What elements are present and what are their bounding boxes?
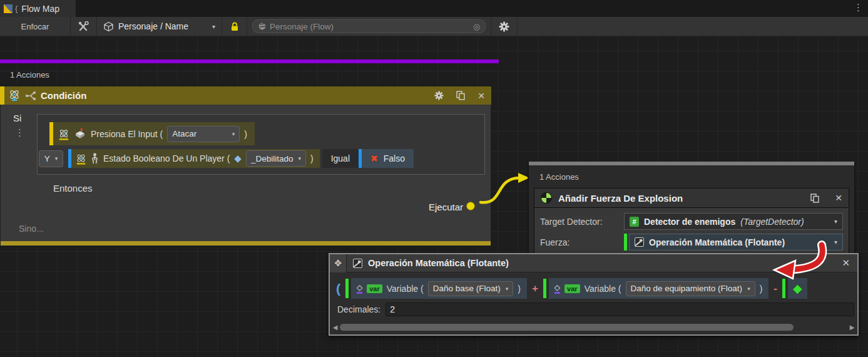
input-action-dropdown[interactable]: Atacar ▾ — [167, 126, 240, 142]
popup-title: Operación Matemática (Flotante) — [368, 258, 509, 268]
condition-node-title: Condición — [41, 90, 86, 101]
condition-node[interactable]: Condición ✕ — [0, 86, 491, 246]
tools-button[interactable] — [71, 17, 97, 36]
focus-button[interactable]: Enfocar — [0, 17, 71, 36]
window-menu-icon[interactable]: ⋮ — [854, 2, 863, 13]
chevron-down-icon: ▾ — [212, 23, 215, 30]
close-icon[interactable]: ✕ — [842, 257, 850, 269]
horizontal-scrollbar[interactable]: ◀ ▶ — [332, 323, 855, 332]
close-icon[interactable]: ✕ — [477, 91, 485, 101]
atom-icon — [8, 89, 21, 103]
move-icon: ✥ — [334, 258, 342, 268]
chevron-down-icon: ▾ — [834, 218, 837, 225]
value-accent-bar — [624, 234, 627, 251]
variable-1-dropdown[interactable]: Daño base (Float) ▾ — [428, 281, 514, 296]
variable-2-dropdown[interactable]: Daño de equipamiento (Float) ▾ — [626, 281, 755, 296]
close-icon[interactable]: ✕ — [835, 193, 842, 203]
chevron-down-icon: ▾ — [506, 286, 509, 292]
scrollbar-thumb[interactable] — [340, 324, 794, 331]
comparison-operator[interactable]: Igual — [322, 149, 359, 168]
variable-diamond-icon: ◇ — [554, 284, 560, 294]
atom-icon — [76, 153, 86, 165]
and-or-dropdown[interactable]: Y ▾ — [39, 150, 63, 167]
false-x-icon: ✖ — [370, 153, 378, 163]
condition-node-body: Si ⋮ — [0, 105, 491, 241]
bool-variable-diamond-icon: ◆ — [234, 153, 242, 164]
lock-button[interactable] — [222, 17, 247, 36]
target-detector-dropdown[interactable]: # Detector de enemigos (TargetDetector) … — [624, 213, 843, 230]
var-badge: var — [564, 284, 580, 293]
field-target-detector: Target Detector: # Detector de enemigos … — [540, 213, 843, 230]
lock-icon — [230, 22, 239, 31]
field-label: Target Detector: — [540, 217, 624, 227]
window-tab-bar: { Flow Map ⋮ — [0, 0, 868, 17]
input-controller-icon — [74, 128, 86, 140]
tab-title: Flow Map — [21, 4, 59, 14]
variable-chip-1[interactable]: ◇ var Variable ( Daño base (Float) ▾ ) — [351, 278, 527, 299]
condition-node-header[interactable]: Condición ✕ — [0, 86, 491, 105]
red-annotation-arrow — [767, 240, 835, 284]
execute-connector-wire — [476, 171, 535, 212]
move-handle[interactable]: ✥ — [330, 254, 347, 272]
duplicate-icon[interactable] — [810, 194, 820, 203]
comparison-value[interactable]: ✖ Falso — [362, 149, 414, 168]
atom-icon — [58, 128, 69, 140]
search-placeholder: Personaje (Flow) — [270, 22, 334, 31]
decimals-row: Decimales: 2 — [330, 300, 857, 316]
action-title: Añadir Fuerza De Explosion — [558, 193, 683, 204]
then-label: Entonces — [53, 183, 93, 194]
actions-count-label: 1 Acciones — [10, 70, 49, 80]
flow-canvas[interactable]: 1 Acciones Condición — [0, 36, 868, 357]
math-operation-icon — [635, 237, 644, 247]
open-paren: ( — [336, 281, 340, 296]
flow-map-brace-icon: { — [15, 4, 18, 13]
script-hash-icon: # — [630, 217, 639, 227]
physics-icon — [541, 192, 552, 204]
chevron-down-icon: ▾ — [747, 286, 750, 292]
tab-flow-map[interactable]: { Flow Map — [0, 0, 76, 17]
math-operation-icon — [353, 259, 362, 268]
scroll-right-icon[interactable]: ▶ — [849, 324, 855, 331]
toolbar: Enfocar Personaje / Name ▾ — [0, 17, 868, 36]
field-label: Fuerza: — [540, 237, 624, 247]
execute-label: Ejecutar — [429, 202, 463, 212]
flow-script-icon — [258, 22, 267, 31]
condition-row-press-input[interactable]: Presiona El Input ( Atacar ▾ ) — [49, 122, 255, 145]
branch-icon — [25, 91, 36, 101]
gear-icon — [499, 21, 509, 32]
target-object-dropdown[interactable]: Personaje / Name ▾ — [97, 17, 222, 36]
plus-operator[interactable]: + — [532, 282, 538, 295]
decimals-label: Decimales: — [337, 304, 380, 314]
chevron-down-icon: ▾ — [55, 155, 58, 162]
scrollbar-track[interactable] — [339, 323, 849, 331]
scroll-left-icon[interactable]: ◀ — [332, 324, 339, 331]
bool-variable-dropdown[interactable]: _Debilitado ▾ — [246, 150, 306, 167]
drag-handle-dots[interactable]: ⋮ — [15, 127, 24, 138]
if-label: Si — [13, 113, 21, 123]
conditions-accent-bar — [0, 59, 499, 63]
action-card-header[interactable]: Añadir Fuerza De Explosion ✕ — [534, 188, 849, 208]
variable-chip-2[interactable]: ◇ var Variable ( Daño de equipamiento (F… — [549, 278, 768, 299]
chevron-down-icon: ▾ — [298, 155, 301, 162]
minus-operator[interactable]: - — [774, 282, 777, 295]
flow-map-icon — [4, 4, 13, 13]
node-settings-gear-icon[interactable] — [434, 91, 444, 100]
value-accent-bar — [345, 279, 349, 298]
var-badge: var — [367, 284, 382, 293]
else-label[interactable]: Sino... — [19, 224, 44, 234]
settings-button[interactable] — [491, 17, 518, 36]
duplicate-icon[interactable] — [456, 91, 466, 100]
execute-output-port[interactable] — [466, 202, 475, 210]
condition-row-bool-state[interactable]: Y ▾ — [39, 149, 414, 168]
cube-icon — [103, 21, 114, 32]
ping-target-icon[interactable]: ◎ — [473, 22, 480, 31]
condition-text: Presiona El Input ( — [91, 129, 163, 139]
chevron-down-icon: ▾ — [232, 131, 235, 137]
conditions-list: Presiona El Input ( Atacar ▾ ) Y ▾ — [37, 114, 485, 175]
tools-icon — [78, 21, 89, 32]
search-input[interactable]: Personaje (Flow) ◎ — [252, 19, 486, 33]
player-icon — [91, 153, 99, 164]
decimals-input[interactable]: 2 — [385, 303, 854, 316]
panel-top-bar[interactable] — [529, 162, 854, 165]
variable-diamond-icon: ◇ — [357, 284, 362, 294]
